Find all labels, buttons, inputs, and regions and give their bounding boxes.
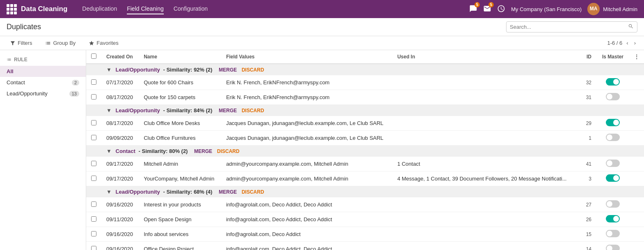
collapse-icon[interactable]: ▼	[106, 148, 112, 154]
merge-button[interactable]: MERGE	[219, 67, 237, 73]
master-toggle[interactable]	[606, 174, 620, 182]
row-checkbox[interactable]	[91, 79, 96, 85]
row-used-in	[392, 75, 576, 90]
row-id: 31	[576, 90, 596, 105]
row-checkbox-cell[interactable]	[86, 212, 101, 227]
nav-deduplication[interactable]: Deduplication	[82, 4, 117, 14]
row-is-master[interactable]	[596, 227, 629, 242]
row-is-master[interactable]	[596, 75, 629, 90]
row-id: 3	[576, 171, 596, 186]
table-row: 09/17/2020 Mitchell Admin admin@yourcomp…	[86, 157, 644, 171]
row-checkbox-cell[interactable]	[86, 116, 101, 131]
row-checkbox[interactable]	[91, 135, 96, 140]
search-bar[interactable]	[506, 21, 637, 32]
company-name[interactable]: My Company (San Francisco)	[511, 6, 582, 12]
row-checkbox[interactable]	[91, 231, 96, 236]
row-checkbox[interactable]	[91, 201, 96, 207]
row-date: 07/17/2020	[101, 75, 139, 90]
collapse-icon[interactable]: ▼	[106, 107, 112, 113]
row-checkbox-cell[interactable]	[86, 157, 101, 171]
row-checkbox-cell[interactable]	[86, 171, 101, 186]
page-title: Duplicates	[7, 23, 41, 31]
discard-button[interactable]: DISCARD	[242, 67, 264, 73]
group-similarity: - Similarity: 92% (2)	[163, 67, 212, 73]
sidebar-item-all[interactable]: All	[0, 66, 86, 77]
master-toggle[interactable]	[606, 160, 620, 167]
sidebar-item-contact[interactable]: Contact 2	[0, 77, 86, 88]
row-checkbox[interactable]	[91, 161, 96, 166]
select-all-checkbox[interactable]	[91, 53, 96, 59]
master-toggle[interactable]	[606, 215, 620, 222]
next-page-button[interactable]: ›	[633, 39, 637, 47]
app-grid-icon[interactable]	[7, 4, 17, 14]
master-toggle[interactable]	[606, 78, 620, 86]
row-name: YourCompany, Mitchell Admin	[139, 171, 221, 186]
header-created-on: Created On	[101, 50, 139, 64]
row-checkbox[interactable]	[91, 176, 96, 181]
row-is-master[interactable]	[596, 197, 629, 212]
group-row: ▼ Lead/Opportunity - Similarity: 84% (2)…	[86, 105, 644, 116]
row-is-master[interactable]	[596, 116, 629, 131]
table-row: 09/11/2020 Open Space Design info@agrola…	[86, 212, 644, 227]
discard-button[interactable]: DISCARD	[242, 189, 264, 195]
row-is-master[interactable]	[596, 171, 629, 186]
favorites-label: Favorites	[96, 40, 118, 46]
row-checkbox-cell[interactable]	[86, 75, 101, 90]
row-date: 09/17/2020	[101, 157, 139, 171]
row-checkbox-cell[interactable]	[86, 227, 101, 242]
filters-button[interactable]: Filters	[7, 39, 35, 47]
merge-button[interactable]: MERGE	[219, 108, 237, 113]
row-checkbox[interactable]	[91, 246, 96, 250]
row-checkbox[interactable]	[91, 120, 96, 125]
row-is-master[interactable]	[596, 212, 629, 227]
search-input[interactable]	[510, 24, 628, 30]
master-toggle[interactable]	[606, 245, 620, 250]
row-checkbox-cell[interactable]	[86, 242, 101, 250]
group-similarity: - Similarity: 84% (2)	[163, 107, 212, 113]
row-is-master[interactable]	[596, 242, 629, 250]
master-toggle[interactable]	[606, 119, 620, 126]
nav-field-cleaning[interactable]: Field Cleaning	[127, 4, 164, 14]
row-checkbox-cell[interactable]	[86, 131, 101, 146]
message-badge: 5	[488, 2, 494, 7]
master-toggle[interactable]	[606, 200, 620, 208]
master-toggle[interactable]	[606, 134, 620, 141]
row-checkbox-cell[interactable]	[86, 197, 101, 212]
row-date: 08/17/2020	[101, 116, 139, 131]
group-header-cell: ▼ Lead/Opportunity - Similarity: 84% (2)…	[101, 105, 644, 116]
header-checkbox[interactable]	[86, 50, 101, 64]
discard-button[interactable]: DISCARD	[217, 148, 240, 154]
sidebar-item-lead-opportunity[interactable]: Lead/Opportunity 13	[0, 88, 86, 99]
search-icon[interactable]	[628, 23, 634, 30]
row-name: Open Space Design	[139, 212, 221, 227]
row-is-master[interactable]	[596, 90, 629, 105]
message-notification[interactable]: 5	[483, 5, 491, 14]
chat-notification[interactable]: 5	[469, 5, 477, 14]
prev-page-button[interactable]: ‹	[625, 39, 630, 47]
nav-configuration[interactable]: Configuration	[174, 4, 208, 14]
groupby-button[interactable]: Group By	[42, 39, 79, 47]
row-used-in	[392, 212, 576, 227]
clock-icon[interactable]	[497, 5, 505, 14]
merge-button[interactable]: MERGE	[219, 189, 237, 195]
group-type-label: Lead/Opportunity	[116, 189, 160, 195]
master-toggle[interactable]	[606, 93, 620, 100]
merge-button[interactable]: MERGE	[194, 148, 212, 154]
collapse-icon[interactable]: ▼	[106, 67, 112, 73]
favorites-button[interactable]: Favorites	[85, 39, 121, 47]
chat-badge: 5	[474, 2, 480, 7]
row-checkbox[interactable]	[91, 94, 96, 100]
user-menu[interactable]: MA Mitchell Admin	[587, 3, 637, 15]
svg-text:MA: MA	[590, 6, 598, 12]
app-logo[interactable]: Data Cleaning	[7, 4, 67, 14]
row-id: 14	[576, 242, 596, 250]
header-options[interactable]: ⋮	[629, 50, 644, 64]
sidebar: RULE All Contact 2 Lead/Opportunity 13	[0, 50, 86, 250]
discard-button[interactable]: DISCARD	[242, 108, 264, 113]
row-is-master[interactable]	[596, 131, 629, 146]
row-is-master[interactable]	[596, 157, 629, 171]
master-toggle[interactable]	[606, 230, 620, 237]
collapse-icon[interactable]: ▼	[106, 189, 112, 195]
row-checkbox-cell[interactable]	[86, 90, 101, 105]
row-checkbox[interactable]	[91, 216, 96, 222]
